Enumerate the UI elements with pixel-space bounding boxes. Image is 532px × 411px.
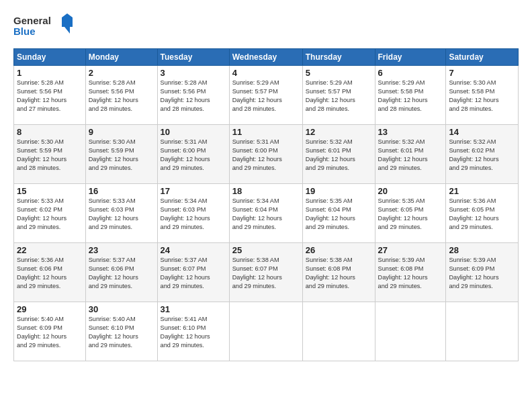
calendar-cell: 20Sunrise: 5:35 AM Sunset: 6:05 PM Dayli… (375, 184, 446, 243)
day-info: Sunrise: 5:40 AM Sunset: 6:09 PM Dayligh… (17, 315, 83, 350)
day-number: 29 (17, 304, 83, 314)
day-number: 22 (17, 245, 83, 255)
calendar-week-row: 15Sunrise: 5:33 AM Sunset: 6:02 PM Dayli… (14, 184, 519, 243)
day-info: Sunrise: 5:34 AM Sunset: 6:04 PM Dayligh… (232, 197, 300, 232)
calendar-cell (375, 302, 446, 361)
day-info: Sunrise: 5:32 AM Sunset: 6:01 PM Dayligh… (378, 138, 443, 173)
logo: General Blue (13, 12, 74, 42)
day-info: Sunrise: 5:32 AM Sunset: 6:02 PM Dayligh… (449, 138, 515, 173)
calendar-cell: 27Sunrise: 5:39 AM Sunset: 6:08 PM Dayli… (375, 243, 446, 302)
day-info: Sunrise: 5:28 AM Sunset: 5:56 PM Dayligh… (89, 79, 154, 113)
logo-icon: General Blue (13, 12, 74, 39)
calendar-cell: 28Sunrise: 5:39 AM Sunset: 6:09 PM Dayli… (446, 243, 519, 302)
day-number: 15 (17, 186, 83, 196)
day-info: Sunrise: 5:31 AM Sunset: 6:00 PM Dayligh… (232, 138, 300, 173)
calendar-cell: 17Sunrise: 5:34 AM Sunset: 6:03 PM Dayli… (157, 184, 229, 243)
day-info: Sunrise: 5:34 AM Sunset: 6:03 PM Dayligh… (161, 197, 226, 232)
calendar-cell: 16Sunrise: 5:33 AM Sunset: 6:03 PM Dayli… (85, 184, 157, 243)
day-number: 8 (17, 127, 83, 137)
logo-text: General Blue (13, 12, 74, 42)
day-number: 5 (306, 68, 372, 78)
calendar-cell: 9Sunrise: 5:30 AM Sunset: 5:59 PM Daylig… (85, 125, 157, 184)
day-info: Sunrise: 5:29 AM Sunset: 5:58 PM Dayligh… (378, 79, 443, 113)
day-number: 12 (306, 127, 372, 137)
day-info: Sunrise: 5:38 AM Sunset: 6:08 PM Dayligh… (306, 256, 372, 291)
day-info: Sunrise: 5:30 AM Sunset: 5:59 PM Dayligh… (17, 138, 83, 173)
svg-text:General: General (13, 15, 51, 26)
day-number: 20 (378, 186, 443, 196)
day-info: Sunrise: 5:39 AM Sunset: 6:08 PM Dayligh… (378, 256, 443, 291)
calendar-cell: 29Sunrise: 5:40 AM Sunset: 6:09 PM Dayli… (14, 302, 86, 361)
day-number: 1 (17, 68, 83, 78)
day-number: 3 (161, 68, 226, 78)
calendar-cell: 4Sunrise: 5:29 AM Sunset: 5:57 PM Daylig… (229, 66, 302, 125)
day-info: Sunrise: 5:41 AM Sunset: 6:10 PM Dayligh… (161, 315, 226, 350)
day-info: Sunrise: 5:33 AM Sunset: 6:03 PM Dayligh… (89, 197, 154, 232)
day-info: Sunrise: 5:33 AM Sunset: 6:02 PM Dayligh… (17, 197, 83, 232)
day-info: Sunrise: 5:28 AM Sunset: 5:56 PM Dayligh… (17, 79, 83, 113)
day-number: 30 (89, 304, 154, 314)
calendar-cell: 15Sunrise: 5:33 AM Sunset: 6:02 PM Dayli… (14, 184, 86, 243)
day-number: 25 (232, 245, 300, 255)
calendar-cell: 11Sunrise: 5:31 AM Sunset: 6:00 PM Dayli… (229, 125, 302, 184)
day-info: Sunrise: 5:35 AM Sunset: 6:05 PM Dayligh… (378, 197, 443, 232)
day-info: Sunrise: 5:37 AM Sunset: 6:07 PM Dayligh… (161, 256, 226, 291)
calendar-week-row: 1Sunrise: 5:28 AM Sunset: 5:56 PM Daylig… (14, 66, 519, 125)
calendar-cell: 21Sunrise: 5:36 AM Sunset: 6:05 PM Dayli… (446, 184, 519, 243)
day-number: 24 (161, 245, 226, 255)
calendar-cell: 31Sunrise: 5:41 AM Sunset: 6:10 PM Dayli… (157, 302, 229, 361)
day-number: 9 (89, 127, 154, 137)
day-number: 17 (161, 186, 226, 196)
day-number: 4 (232, 68, 300, 78)
calendar-cell: 1Sunrise: 5:28 AM Sunset: 5:56 PM Daylig… (14, 66, 86, 125)
day-number: 11 (232, 127, 300, 137)
calendar-cell (302, 302, 375, 361)
page: General Blue SundayMondayTuesdayWednesda… (0, 0, 532, 368)
calendar-cell: 19Sunrise: 5:35 AM Sunset: 6:04 PM Dayli… (302, 184, 375, 243)
calendar-cell: 30Sunrise: 5:40 AM Sunset: 6:10 PM Dayli… (85, 302, 157, 361)
day-info: Sunrise: 5:32 AM Sunset: 6:01 PM Dayligh… (306, 138, 372, 173)
day-number: 23 (89, 245, 154, 255)
day-number: 18 (232, 186, 300, 196)
day-number: 6 (378, 68, 443, 78)
calendar-cell: 12Sunrise: 5:32 AM Sunset: 6:01 PM Dayli… (302, 125, 375, 184)
calendar-cell: 5Sunrise: 5:29 AM Sunset: 5:57 PM Daylig… (302, 66, 375, 125)
calendar-header-tuesday: Tuesday (157, 49, 229, 66)
day-number: 13 (378, 127, 443, 137)
day-info: Sunrise: 5:30 AM Sunset: 5:58 PM Dayligh… (449, 79, 515, 113)
calendar-week-row: 22Sunrise: 5:36 AM Sunset: 6:06 PM Dayli… (14, 243, 519, 302)
calendar-table: SundayMondayTuesdayWednesdayThursdayFrid… (13, 48, 519, 361)
calendar-header-wednesday: Wednesday (229, 49, 302, 66)
day-number: 10 (161, 127, 226, 137)
svg-text:Blue: Blue (13, 26, 36, 37)
calendar-cell: 25Sunrise: 5:38 AM Sunset: 6:07 PM Dayli… (229, 243, 302, 302)
calendar-cell: 7Sunrise: 5:30 AM Sunset: 5:58 PM Daylig… (446, 66, 519, 125)
day-info: Sunrise: 5:29 AM Sunset: 5:57 PM Dayligh… (232, 79, 300, 113)
calendar-cell: 14Sunrise: 5:32 AM Sunset: 6:02 PM Dayli… (446, 125, 519, 184)
calendar-week-row: 8Sunrise: 5:30 AM Sunset: 5:59 PM Daylig… (14, 125, 519, 184)
day-info: Sunrise: 5:36 AM Sunset: 6:06 PM Dayligh… (17, 256, 83, 291)
calendar-cell: 6Sunrise: 5:29 AM Sunset: 5:58 PM Daylig… (375, 66, 446, 125)
calendar-header-thursday: Thursday (302, 49, 375, 66)
calendar-cell (446, 302, 519, 361)
day-info: Sunrise: 5:39 AM Sunset: 6:09 PM Dayligh… (449, 256, 515, 291)
calendar-cell: 13Sunrise: 5:32 AM Sunset: 6:01 PM Dayli… (375, 125, 446, 184)
svg-marker-2 (62, 13, 73, 27)
day-info: Sunrise: 5:28 AM Sunset: 5:56 PM Dayligh… (161, 79, 226, 113)
day-info: Sunrise: 5:35 AM Sunset: 6:04 PM Dayligh… (306, 197, 372, 232)
svg-marker-3 (64, 27, 70, 34)
day-number: 19 (306, 186, 372, 196)
calendar-cell: 18Sunrise: 5:34 AM Sunset: 6:04 PM Dayli… (229, 184, 302, 243)
day-number: 7 (449, 68, 515, 78)
calendar-header-friday: Friday (375, 49, 446, 66)
day-info: Sunrise: 5:31 AM Sunset: 6:00 PM Dayligh… (161, 138, 226, 173)
header: General Blue (13, 12, 519, 42)
calendar-cell: 8Sunrise: 5:30 AM Sunset: 5:59 PM Daylig… (14, 125, 86, 184)
calendar-cell: 2Sunrise: 5:28 AM Sunset: 5:56 PM Daylig… (85, 66, 157, 125)
calendar-cell (229, 302, 302, 361)
calendar-week-row: 29Sunrise: 5:40 AM Sunset: 6:09 PM Dayli… (14, 302, 519, 361)
day-info: Sunrise: 5:29 AM Sunset: 5:57 PM Dayligh… (306, 79, 372, 113)
day-info: Sunrise: 5:36 AM Sunset: 6:05 PM Dayligh… (449, 197, 515, 232)
calendar-cell: 22Sunrise: 5:36 AM Sunset: 6:06 PM Dayli… (14, 243, 86, 302)
calendar-cell: 26Sunrise: 5:38 AM Sunset: 6:08 PM Dayli… (302, 243, 375, 302)
